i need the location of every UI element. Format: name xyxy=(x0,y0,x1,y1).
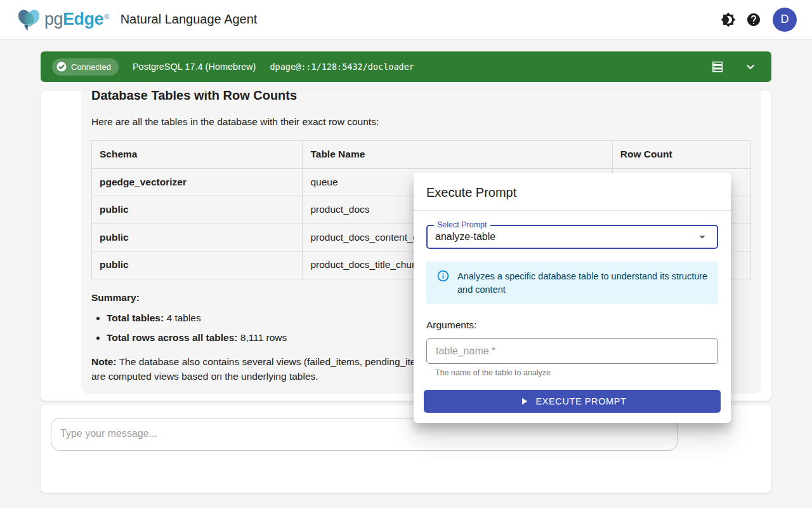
app-bar: pgEdge® Natural Language Agent D xyxy=(0,0,812,39)
server-version-label: PostgreSQL 17.4 (Homebrew) xyxy=(133,62,256,72)
page-title: Natural Language Agent xyxy=(121,12,258,27)
execute-prompt-button[interactable]: EXECUTE PROMPT xyxy=(424,390,721,413)
dark-mode-toggle-button[interactable] xyxy=(716,7,741,32)
connection-string: dpage@::1/128:5432/docloader xyxy=(270,62,414,72)
help-icon xyxy=(746,12,761,27)
user-avatar[interactable]: D xyxy=(773,8,797,32)
connection-status-badge: Connected xyxy=(52,58,119,76)
pgedge-logo-mark-icon xyxy=(15,6,43,34)
arguments-label: Arguments: xyxy=(426,319,718,331)
server-list-icon xyxy=(710,60,724,74)
chevron-down-icon xyxy=(743,60,757,74)
connection-status-label: Connected xyxy=(71,62,111,72)
check-circle-icon xyxy=(56,61,67,72)
info-icon xyxy=(436,269,450,283)
schema-cell: public xyxy=(92,196,303,224)
prompt-description: Analyzes a specific database table to un… xyxy=(457,269,708,297)
execute-prompt-button-label: EXECUTE PROMPT xyxy=(536,396,627,406)
collapse-connection-bar-button[interactable] xyxy=(741,57,760,76)
table-name-helper-text: The name of the table to analyze xyxy=(435,368,718,377)
execute-prompt-dialog: Execute Prompt Select Prompt analyze-tab… xyxy=(414,173,731,423)
play-icon xyxy=(518,396,530,407)
pgedge-logo-text: pgEdge® xyxy=(44,10,109,29)
connection-bar: Connected PostgreSQL 17.4 (Homebrew) dpa… xyxy=(41,51,771,82)
prompt-select-label: Select Prompt xyxy=(434,220,490,229)
dialog-title: Execute Prompt xyxy=(426,173,718,210)
column-header-schema: Schema xyxy=(92,141,303,168)
schema-cell: public xyxy=(92,224,303,251)
column-header-table-name: Table Name xyxy=(303,141,612,168)
pgedge-logo: pgEdge® xyxy=(15,6,109,34)
dark-mode-toggle-icon xyxy=(721,12,736,27)
message-intro: Here are all the tables in the database … xyxy=(91,115,751,129)
prompt-select[interactable]: Select Prompt analyze-table xyxy=(426,225,718,249)
dropdown-arrow-icon xyxy=(695,230,709,244)
schema-cell: pgedge_vectorizer xyxy=(92,168,303,196)
prompt-info-alert: Analyzes a specific database table to un… xyxy=(426,262,718,304)
server-list-button[interactable] xyxy=(708,57,727,76)
message-heading: Database Tables with Row Counts xyxy=(91,91,751,105)
table-name-input[interactable] xyxy=(426,338,718,364)
help-button[interactable] xyxy=(741,7,766,32)
column-header-row-count: Row Count xyxy=(612,141,750,168)
prompt-select-value: analyze-table xyxy=(435,231,695,243)
dialog-divider xyxy=(414,210,731,211)
schema-cell: public xyxy=(92,251,303,279)
table-header-row: Schema Table Name Row Count xyxy=(92,141,751,168)
